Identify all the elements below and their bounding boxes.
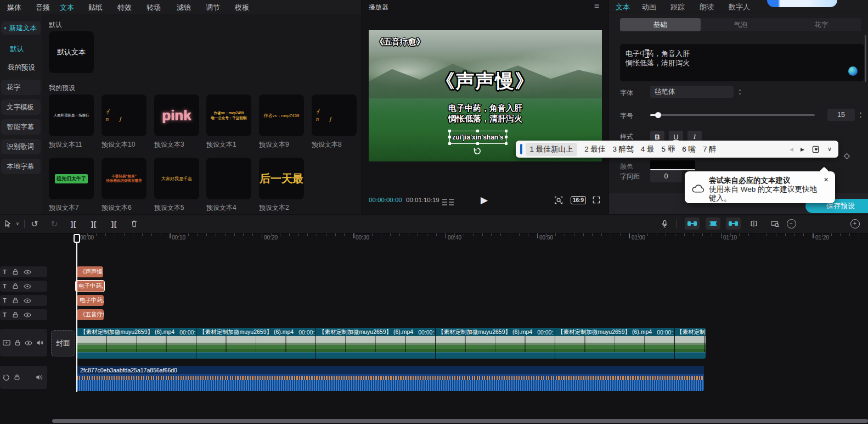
tab-effects[interactable]: 特效 <box>117 3 132 13</box>
export-button[interactable] <box>767 0 837 7</box>
delete-icon[interactable] <box>127 215 140 232</box>
ime-candidate[interactable]: 7 醉 <box>703 144 717 154</box>
link-toggle-icon[interactable] <box>726 217 741 230</box>
preset-card[interactable]: 大家好我是千嘉 <box>154 158 199 199</box>
resize-handle[interactable] <box>448 136 451 138</box>
ime-next-icon[interactable]: ▶ <box>801 147 804 152</box>
timeline-ruler[interactable]: 00:00 00:10 00:20 00:30 00:40 00:50 01:0… <box>52 233 868 246</box>
resize-handle[interactable] <box>505 142 508 145</box>
inspector-tab-text[interactable]: 文本 <box>616 2 630 12</box>
resize-handle[interactable] <box>448 142 451 145</box>
preview-axis-toggle-icon[interactable] <box>706 217 720 230</box>
tab-sticker[interactable]: 贴纸 <box>88 3 103 13</box>
font-stepper[interactable]: ▲▼ <box>736 86 743 98</box>
inspector-tab-tracking[interactable]: 跟踪 <box>670 2 685 12</box>
eye-icon[interactable] <box>24 312 31 318</box>
tab-transition[interactable]: 转场 <box>146 3 161 13</box>
split-icon[interactable]: ][ <box>87 215 100 232</box>
overlay-corner-text[interactable]: 《五音疗愈》 <box>375 37 425 47</box>
mute-icon[interactable] <box>36 374 43 381</box>
resize-handle[interactable] <box>476 142 479 145</box>
ime-candidate[interactable]: 4 最 <box>641 144 655 154</box>
snap-toggle-icon[interactable] <box>685 217 700 230</box>
ime-candidate[interactable]: 6 嘴 <box>682 144 696 154</box>
tab-template[interactable]: 模板 <box>235 3 249 13</box>
preset-card[interactable]: 作者vx：mvp7459 <box>259 94 304 136</box>
preset-card-default[interactable]: 默认文本 <box>49 31 94 73</box>
lock-icon[interactable] <box>12 311 19 318</box>
preset-card[interactable]: 作者vx：mvp7459 唯一公众号：千运轻制 <box>206 94 251 136</box>
ime-candidate[interactable]: 5 罪 <box>662 144 675 154</box>
zoom-out-icon[interactable]: − <box>786 215 797 232</box>
split-clip-icon[interactable] <box>747 215 760 232</box>
letter-spacing-input[interactable]: 0 <box>650 170 682 182</box>
sidebar-item-text-template[interactable]: 文字模板 <box>1 99 41 115</box>
subtab-bubble[interactable]: 气泡 <box>701 18 781 31</box>
inspector-tab-tts[interactable]: 朗读 <box>700 2 714 12</box>
sidebar-group-new-text[interactable]: ▼ 新建文本 <box>1 21 41 35</box>
playhead-handle[interactable] <box>74 234 80 243</box>
text-clip[interactable]: 《声声慢》 <box>77 266 103 277</box>
text-content-input[interactable]: 电子中药，角音入肝 惆怅低落，清肝泻火 <box>620 44 864 81</box>
font-size-slider[interactable] <box>650 114 815 116</box>
lock-icon[interactable] <box>14 374 20 381</box>
subtab-fancy[interactable]: 花字 <box>781 18 861 31</box>
ai-assistant-icon[interactable] <box>848 66 858 76</box>
font-size-input[interactable]: 15 <box>827 109 855 121</box>
preset-card[interactable]: pink <box>154 94 199 136</box>
zoom-in-icon[interactable]: + <box>849 215 860 232</box>
preset-card[interactable]: 祖先们太牛了 <box>49 158 94 199</box>
preset-card[interactable]: 亻 n ʃ <box>102 94 146 136</box>
inspector-scrollbar[interactable] <box>865 35 866 82</box>
lock-icon[interactable] <box>12 269 19 275</box>
timeline-horizontal-scrollbar[interactable] <box>52 419 868 423</box>
cover-button[interactable]: 封面 <box>51 330 75 356</box>
overlay-heading-text[interactable]: 《声声慢》 <box>369 69 602 94</box>
aspect-ratio-button[interactable]: 16:9 <box>571 193 586 207</box>
text-clip-selected[interactable]: 电子中药, <box>75 280 105 292</box>
preset-card[interactable]: 人生和谐皆是一场修行 <box>49 94 94 136</box>
eye-icon[interactable] <box>24 298 31 304</box>
play-button[interactable]: ▶ <box>481 193 488 207</box>
resize-handle[interactable] <box>505 130 508 132</box>
inspector-tab-avatar[interactable]: 数字人 <box>729 2 750 12</box>
close-icon[interactable]: × <box>824 175 828 184</box>
text-color-swatch[interactable] <box>650 160 695 170</box>
tab-adjust[interactable]: 调节 <box>206 3 220 13</box>
sidebar-item-fancy-text[interactable]: 花字 <box>1 80 41 95</box>
text-clip[interactable]: 电子中药, <box>77 295 104 306</box>
sidebar-item-local-captions[interactable]: 本地字幕 <box>1 159 41 174</box>
text-clip[interactable]: 《五音疗愈 <box>77 309 104 320</box>
ime-candidate[interactable]: 1 最佳新山上 <box>526 143 578 156</box>
eye-icon[interactable] <box>24 269 31 275</box>
tab-filter[interactable]: 滤镜 <box>177 3 191 13</box>
resize-handle[interactable] <box>448 130 451 132</box>
sidebar-item-lyrics[interactable]: 识别歌词 <box>1 139 41 154</box>
ime-candidate[interactable]: 3 醉驾 <box>613 144 634 154</box>
preset-card[interactable]: 不要轻易“相亲” 快乐着你的烦恼在哪里 <box>102 158 146 199</box>
ime-candidate[interactable]: 2 最佳 <box>584 144 605 154</box>
eye-icon[interactable] <box>24 283 31 289</box>
resize-handle[interactable] <box>476 130 479 132</box>
lock-icon[interactable] <box>14 339 21 346</box>
lock-icon[interactable] <box>12 297 19 304</box>
frame-view-icon[interactable] <box>442 196 454 209</box>
preview-zoom-icon[interactable] <box>554 193 563 207</box>
fullscreen-icon[interactable] <box>592 193 601 207</box>
overlay-lyric-line1[interactable]: 电子中药，角音入肝 <box>369 103 602 114</box>
font-select[interactable]: 毡笔体 <box>650 86 734 98</box>
audio-clip[interactable]: 2fc877c0eb3aabfda25a17a856af66d0 <box>77 366 704 391</box>
keyframe-diamond-icon[interactable]: ◇ <box>844 151 850 160</box>
font-size-stepper[interactable]: ▲▼ <box>857 109 864 121</box>
sidebar-item-auto-captions[interactable]: 智能字幕 <box>1 119 41 135</box>
mute-icon[interactable] <box>36 339 43 346</box>
record-voiceover-icon[interactable] <box>658 215 670 232</box>
preset-card[interactable]: 后一天最 <box>259 158 304 199</box>
preset-card[interactable] <box>206 158 251 199</box>
undo-icon[interactable]: ↺ <box>29 215 41 232</box>
tab-audio[interactable]: 音频 <box>36 3 50 13</box>
split-left-icon[interactable]: ][ <box>67 215 80 232</box>
preset-card[interactable]: 亻 n ʃ <box>312 94 357 136</box>
select-tool-chevron-icon[interactable]: ∨ <box>14 215 21 232</box>
subtab-basic[interactable]: 基础 <box>620 18 701 31</box>
